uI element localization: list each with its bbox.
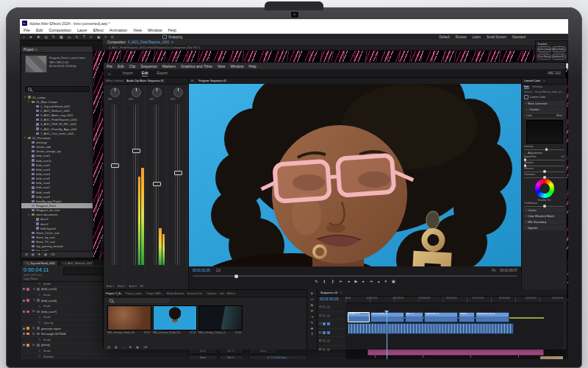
timeline-tab[interactable]: •1_Tag and Hand_v001 xyxy=(22,260,58,266)
label-color-chip[interactable] xyxy=(26,311,29,314)
track-header[interactable]: V1 xyxy=(318,320,345,329)
section-basic-correction[interactable]: ›Basic Correction xyxy=(523,101,565,106)
ae-current-timecode[interactable]: 0:00:04:11 xyxy=(24,267,49,272)
camera-tool-icon[interactable]: ▦ xyxy=(60,35,63,39)
pr-menu-item[interactable]: Clip xyxy=(129,64,136,68)
visibility-eye-icon[interactable] xyxy=(23,328,25,330)
mute-solo-buttons[interactable]: M S xyxy=(150,98,154,101)
track-lock-toggle[interactable] xyxy=(327,339,330,342)
zoom-tool-icon[interactable]: ◎ xyxy=(44,35,47,39)
mute-solo-buttons[interactable]: M S xyxy=(171,98,175,101)
list-view-icon[interactable]: ▤ xyxy=(25,252,28,256)
panel-tab[interactable]: Effect Controls xyxy=(106,79,123,82)
timeline-playhead[interactable] xyxy=(387,311,387,359)
track-toggle[interactable] xyxy=(323,339,326,342)
timeline-tab[interactable]: •2_AGC_Multicol_v001 xyxy=(60,260,96,266)
panel-menu-icon[interactable] xyxy=(35,48,37,52)
lift-icon[interactable]: ▴ xyxy=(378,279,380,283)
visibility-eye-icon[interactable] xyxy=(23,288,25,290)
thumbnail-view-icon[interactable]: ▦ xyxy=(32,252,35,256)
new-composition-icon[interactable]: ▣ xyxy=(44,252,47,256)
delete-icon[interactable]: ⌫ xyxy=(51,252,55,256)
fx-checkbox[interactable] xyxy=(524,95,528,99)
track-toggle[interactable] xyxy=(323,331,326,334)
visibility-eye-icon[interactable] xyxy=(23,300,25,302)
adjustment-slider[interactable]: Faded Film0.0 xyxy=(522,155,567,160)
label-color-chip[interactable] xyxy=(26,288,29,291)
visibility-eye-icon[interactable] xyxy=(23,333,25,335)
razor-tool-icon[interactable]: ✄ xyxy=(311,309,314,313)
track-select-tool-icon[interactable]: ▭ xyxy=(310,297,313,301)
panel-tab[interactable]: Libraries xyxy=(207,292,217,295)
type-tool-icon[interactable]: T xyxy=(83,35,85,39)
ae-menu-item[interactable]: Composition xyxy=(49,28,71,32)
selection-tool-icon[interactable]: ➤ xyxy=(311,291,314,295)
tint-balance-slider[interactable]: Tint Balance xyxy=(522,202,567,207)
zoom-fit-dropdown[interactable]: Fit xyxy=(492,269,495,272)
visibility-eye-icon[interactable] xyxy=(23,344,25,346)
mark-out-icon[interactable]: ❫ xyxy=(331,279,334,283)
clip-thumbnail[interactable] xyxy=(107,305,151,330)
adjustment-slider[interactable]: Vibrance xyxy=(522,167,567,172)
media-clip[interactable]: IMG_anthropo_Classic_0... 12:05 xyxy=(198,305,241,334)
lumetri-section-header[interactable]: ›Curves xyxy=(523,208,565,213)
play-icon[interactable]: ▶ xyxy=(354,279,357,283)
panel-tab[interactable]: Audio Clip Mixer: Sequence 01 xyxy=(126,79,164,82)
panel-tab[interactable]: Media Browser xyxy=(167,292,184,295)
panel-tab[interactable]: Program: Sequence 01 xyxy=(198,79,226,82)
label-color-chip[interactable] xyxy=(26,344,29,347)
slip-tool-icon[interactable]: ⇥ xyxy=(311,315,314,319)
panel-menu-icon[interactable] xyxy=(543,79,545,82)
parent-link-dropdown[interactable]: @ 10_Field Repo... xyxy=(248,355,307,359)
panel-tab[interactable]: M... xyxy=(191,79,196,82)
ae-menu-item[interactable]: Window xyxy=(148,28,162,32)
lumetri-fx-toggle[interactable]: Lumetri Color xyxy=(522,94,567,100)
panel-menu-icon[interactable] xyxy=(171,40,173,44)
adjustment-slider[interactable]: Sharpen xyxy=(522,161,567,166)
track-toggle[interactable] xyxy=(323,322,326,325)
track-toggle[interactable] xyxy=(323,348,326,351)
type-tool-icon[interactable]: T xyxy=(311,333,313,336)
video-clip[interactable]: Graphic... xyxy=(459,312,475,322)
mark-in-icon[interactable]: ❪ xyxy=(323,279,326,283)
home-icon[interactable]: ⌂ xyxy=(23,35,25,39)
panel-tab[interactable]: Project_webs... xyxy=(126,292,144,295)
tracker-button[interactable]: Warp Stabil... xyxy=(552,46,566,52)
panel-menu-icon[interactable] xyxy=(340,291,342,294)
media-clip[interactable]: IMG_anthropo_Studio_So... 07:20 xyxy=(153,305,196,334)
track-lock-toggle[interactable] xyxy=(327,348,330,351)
delete-icon[interactable]: ⌫ xyxy=(143,345,148,349)
lumetri-section-header[interactable]: ›HSL Secondary xyxy=(523,219,565,224)
lumetri-section-header[interactable]: ›Color Wheels & Match xyxy=(523,213,565,219)
track-lock-toggle[interactable] xyxy=(327,314,330,317)
track-toggle[interactable] xyxy=(323,305,326,308)
layer-duration-bar[interactable] xyxy=(540,356,563,359)
ae-menu-item[interactable]: Help xyxy=(168,28,176,32)
label-color-chip[interactable] xyxy=(26,333,29,336)
program-scrubber[interactable] xyxy=(193,275,517,277)
lumetri-tab[interactable]: Settings xyxy=(533,85,543,89)
intensity-slider[interactable]: Intensity xyxy=(522,145,567,150)
scrubber-playhead[interactable] xyxy=(234,275,238,278)
pr-search-field[interactable] xyxy=(107,298,170,303)
project-search-field[interactable] xyxy=(25,86,90,92)
track-header[interactable]: A3 xyxy=(318,346,345,355)
track-lock-toggle[interactable] xyxy=(327,305,330,308)
mask-shape-tool-icon[interactable]: ▭ xyxy=(68,35,71,39)
ae-menu-item[interactable]: Animation xyxy=(110,28,127,32)
pen-tool-icon[interactable]: ✎ xyxy=(75,35,78,39)
lumetri-tab[interactable]: Edit xyxy=(524,85,529,89)
new-folder-icon[interactable]: ✚ xyxy=(38,252,40,256)
ae-menu-item[interactable]: View xyxy=(133,28,142,32)
track-header[interactable]: A1 xyxy=(318,329,345,338)
sequence-tab[interactable]: Sequence 01 xyxy=(318,289,567,297)
ae-menu-item[interactable]: File xyxy=(24,28,30,32)
composition-tab-bar[interactable]: Composition 4_AGC_Field Reports_v001 xyxy=(103,39,568,45)
pr-menu-item[interactable]: Graphics and Titles xyxy=(181,64,212,68)
media-clip[interactable]: IMG_anthropo_Studio_So... 05:15 xyxy=(107,305,150,334)
ae-menu-item[interactable]: Effect xyxy=(93,28,104,32)
track-header[interactable]: V3 xyxy=(318,303,345,312)
zoom-slider-icon[interactable]: — xyxy=(122,345,125,349)
ae-menu-item[interactable]: Edit xyxy=(36,28,43,32)
look-preview-thumbnail[interactable] xyxy=(526,120,563,144)
